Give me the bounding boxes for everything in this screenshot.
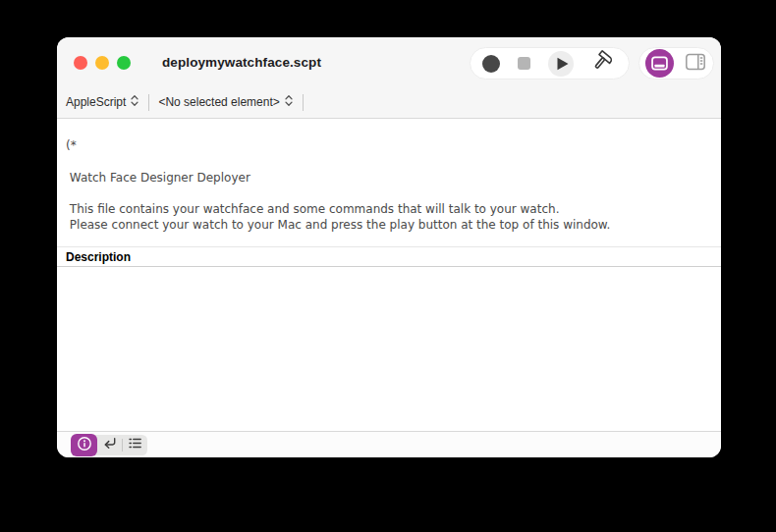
event-log-segment-button[interactable] bbox=[123, 435, 147, 455]
chevron-updown-icon bbox=[284, 94, 294, 110]
chevron-updown-icon bbox=[130, 94, 139, 110]
code-line: Watch Face Designer Deployer bbox=[66, 170, 711, 186]
description-label: Description bbox=[66, 250, 131, 264]
show-bottom-pane-icon bbox=[645, 49, 674, 78]
traffic-lights bbox=[74, 56, 131, 70]
toolbar-run-group bbox=[470, 47, 630, 80]
close-button[interactable] bbox=[74, 56, 87, 70]
toolbar-view-group bbox=[638, 47, 714, 80]
element-popup[interactable]: <No selected element> bbox=[158, 94, 293, 110]
stop-icon bbox=[518, 57, 530, 70]
code-line: (* bbox=[66, 137, 711, 153]
record-button[interactable] bbox=[482, 55, 500, 73]
titlebar[interactable]: deploymywatchface.scpt bbox=[57, 37, 721, 86]
code-line: This file contains your watchface and so… bbox=[66, 201, 711, 217]
script-editor-area[interactable]: (* Watch Face Designer Deployer This fil… bbox=[57, 119, 721, 246]
script-editor-window: deploymywatchface.scpt bbox=[57, 37, 721, 457]
event-log-list-icon bbox=[127, 435, 143, 454]
run-button[interactable] bbox=[548, 51, 574, 77]
return-arrow-icon bbox=[101, 435, 118, 454]
element-popup-label: <No selected element> bbox=[158, 95, 279, 109]
bottom-bar bbox=[57, 431, 721, 457]
minimize-button[interactable] bbox=[95, 56, 109, 70]
description-panel-body[interactable] bbox=[57, 268, 721, 431]
run-play-icon bbox=[548, 51, 574, 77]
zoom-button[interactable] bbox=[117, 56, 131, 70]
toggle-sidebar-icon bbox=[684, 51, 707, 76]
code-line: Please connect your watch to your Mac an… bbox=[66, 217, 711, 233]
show-bottom-pane-button[interactable] bbox=[645, 49, 674, 78]
code-line bbox=[66, 153, 711, 169]
code-line bbox=[66, 186, 711, 201]
desktop-background: deploymywatchface.scpt bbox=[0, 0, 776, 532]
compile-hammer-icon bbox=[591, 49, 617, 78]
description-panel-header: Description bbox=[57, 246, 721, 267]
record-icon bbox=[482, 55, 500, 73]
info-circle-icon bbox=[77, 436, 92, 454]
description-segment-button[interactable] bbox=[71, 434, 97, 456]
language-popup-label: AppleScript bbox=[66, 95, 126, 109]
accessory-view-segmented-control bbox=[71, 435, 147, 455]
stop-button[interactable] bbox=[518, 57, 530, 70]
navbar-divider bbox=[303, 94, 304, 111]
navigation-bar: AppleScript <No selected element> bbox=[57, 86, 721, 119]
navbar-divider bbox=[148, 94, 149, 111]
compile-button[interactable] bbox=[591, 49, 617, 78]
result-segment-button[interactable] bbox=[97, 435, 122, 455]
toggle-sidebar-button[interactable] bbox=[684, 51, 707, 76]
window-title: deploymywatchface.scpt bbox=[162, 37, 321, 86]
language-popup[interactable]: AppleScript bbox=[66, 94, 139, 110]
